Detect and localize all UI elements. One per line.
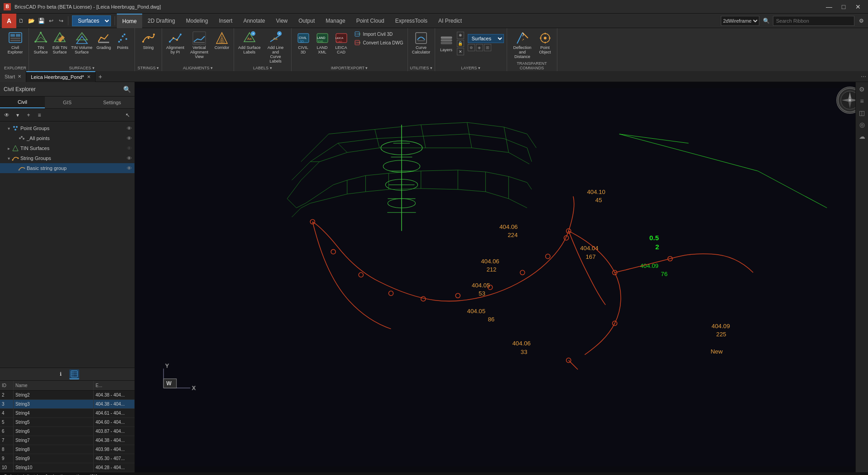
redo-button[interactable]: ↪ bbox=[56, 16, 66, 26]
tin-volume-button[interactable]: TIN VolumeSurface bbox=[70, 30, 94, 56]
maximize-button[interactable]: □ bbox=[837, 2, 850, 12]
leica-tab-close[interactable]: ✕ bbox=[87, 74, 91, 79]
data-panel-table-tab[interactable] bbox=[69, 369, 79, 379]
tab-expresstools[interactable]: ExpressTools bbox=[390, 14, 433, 28]
deflection-distance-button[interactable]: ↗ Deflectionand Distance bbox=[510, 30, 535, 60]
tree-item-point-groups[interactable]: ▾ Point Groups 👁 bbox=[0, 123, 134, 133]
tab-annotate[interactable]: Annotate bbox=[238, 14, 270, 28]
tin-surfaces-eye[interactable]: 👁 bbox=[125, 145, 133, 152]
all-points-eye[interactable]: 👁 bbox=[125, 135, 133, 142]
new-tab-button[interactable]: + bbox=[96, 72, 106, 82]
data-panel-info-tab[interactable]: ℹ bbox=[56, 369, 66, 379]
minimize-button[interactable]: — bbox=[823, 2, 835, 12]
ce-tab-settings[interactable]: Settings bbox=[90, 97, 134, 108]
layers-surface-dropdown[interactable]: Surfaces bbox=[468, 34, 504, 43]
point-object-button[interactable]: PointObject bbox=[536, 30, 554, 56]
tree-item-tin-surfaces[interactable]: ▸ TIN Surfaces 👁 bbox=[0, 143, 134, 153]
save-button[interactable]: 💾 bbox=[36, 16, 46, 26]
viewport[interactable]: 404.10 45 404.06 224 404.04 167 404.06 2… bbox=[135, 82, 868, 472]
rt-view-btn[interactable]: ◫ bbox=[857, 107, 868, 118]
layer-lock-button[interactable]: 🔒 bbox=[457, 40, 464, 47]
data-table-row[interactable]: 10 String10 404.28 - 404... bbox=[0, 463, 134, 472]
layer-btn3[interactable]: ⊞ bbox=[484, 44, 491, 51]
ce-toggle-button[interactable]: ▾ bbox=[13, 110, 23, 120]
edit-tin-surface-button[interactable]: Edit TINSurface bbox=[51, 30, 69, 56]
ribbon-options-button[interactable]: ⚙ bbox=[856, 16, 866, 26]
wireframe-dropdown[interactable]: 2dWireframe bbox=[721, 16, 759, 26]
search-icon-btn[interactable]: 🔍 bbox=[761, 16, 771, 26]
tab-home[interactable]: Home bbox=[117, 14, 142, 28]
data-table-row[interactable]: 2 String2 404.38 - 404... bbox=[0, 391, 134, 400]
land-xml-button[interactable]: LAND XML LANDXML bbox=[313, 30, 331, 56]
toggle-string-groups[interactable]: ▾ bbox=[5, 155, 12, 161]
rt-layers-btn[interactable]: ≡ bbox=[857, 96, 868, 107]
leica-cad-button[interactable]: LEICA CAD LEICACAD bbox=[332, 30, 350, 56]
string-button[interactable]: String bbox=[139, 30, 158, 51]
data-table-row[interactable]: 4 String4 404.61 - 404... bbox=[0, 409, 134, 418]
doc-tabs-options-button[interactable]: ⋯ bbox=[861, 73, 866, 80]
toggle-point-groups[interactable]: ▾ bbox=[5, 125, 12, 131]
new-button[interactable]: 🗋 bbox=[16, 16, 26, 26]
tab-2d-drafting[interactable]: 2D Drafting bbox=[142, 14, 181, 28]
tab-output[interactable]: Output bbox=[293, 14, 320, 28]
toggle-tin-surfaces[interactable]: ▸ bbox=[5, 145, 12, 151]
surface-dropdown[interactable]: Surfaces bbox=[72, 15, 111, 26]
data-table-row[interactable]: 5 String5 404.60 - 404... bbox=[0, 418, 134, 427]
rt-properties-btn[interactable]: ⚙ bbox=[857, 84, 868, 95]
layer-freeze-button[interactable]: ❄ bbox=[457, 32, 464, 39]
ce-cursor-button[interactable]: ↖ bbox=[123, 110, 133, 120]
import-civil-3d-button[interactable]: C3D Import Civil 3D bbox=[353, 30, 405, 38]
rt-cloud-btn[interactable]: ☁ bbox=[857, 131, 868, 142]
data-table-row[interactable]: 8 String8 403.98 - 404... bbox=[0, 445, 134, 454]
rt-navswheel-btn[interactable]: ◎ bbox=[857, 119, 868, 130]
curve-calculator-button[interactable]: CurveCalculator bbox=[411, 30, 432, 56]
add-line-curve-labels-button[interactable]: Aa + Add Line andCurve Labels bbox=[263, 30, 288, 65]
corridor-button[interactable]: Corridor bbox=[213, 30, 231, 51]
data-table-row[interactable]: 7 String7 404.38 - 404... bbox=[0, 436, 134, 445]
tab-view[interactable]: View bbox=[270, 14, 293, 28]
tree-item-all-points[interactable]: ▸ _All points 👁 bbox=[0, 133, 134, 143]
alignment-by-pi-label: Alignmentby PI bbox=[166, 46, 184, 55]
start-tab-close[interactable]: ✕ bbox=[18, 74, 21, 79]
ce-add-button[interactable]: + bbox=[24, 110, 34, 120]
open-button[interactable]: 📂 bbox=[26, 16, 36, 26]
ce-layers-button[interactable]: ≡ bbox=[34, 110, 44, 120]
doc-tab-leica[interactable]: Leica Heerbrugg_Pond* ✕ bbox=[26, 71, 95, 82]
tab-ai-predict[interactable]: AI Predict bbox=[433, 14, 467, 28]
convert-leica-button[interactable]: DWG Convert Leica DWG bbox=[353, 39, 405, 47]
tab-manage[interactable]: Manage bbox=[320, 14, 350, 28]
tab-insert[interactable]: Insert bbox=[213, 14, 238, 28]
search-ribbon-input[interactable] bbox=[773, 16, 854, 26]
vertical-alignment-button[interactable]: VerticalAlignment View bbox=[187, 30, 212, 60]
doc-tab-start[interactable]: Start ✕ bbox=[0, 71, 26, 82]
civil-explorer-button[interactable]: CivilExplorer bbox=[6, 30, 24, 56]
alignment-by-pi-button[interactable]: Alignmentby PI bbox=[165, 30, 186, 56]
point-groups-eye[interactable]: 👁 bbox=[125, 125, 133, 132]
string-groups-eye[interactable]: 👁 bbox=[125, 155, 133, 162]
tree-item-string-groups[interactable]: ▾ String Groups 👁 bbox=[0, 153, 134, 163]
svg-text:404.10: 404.10 bbox=[587, 189, 605, 195]
close-button[interactable]: ✕ bbox=[852, 2, 864, 12]
ce-eye-button[interactable]: 👁 bbox=[2, 110, 12, 120]
basic-string-group-eye[interactable]: 👁 bbox=[125, 165, 133, 172]
tab-point-cloud[interactable]: Point Cloud bbox=[351, 14, 390, 28]
data-table-row[interactable]: 6 String6 403.87 - 404... bbox=[0, 427, 134, 436]
ce-tab-civil[interactable]: Civil bbox=[0, 97, 45, 108]
points-button[interactable]: Points bbox=[114, 30, 132, 51]
ce-tab-gis[interactable]: GIS bbox=[45, 97, 90, 108]
app-menu-button[interactable]: A bbox=[2, 14, 16, 28]
civil-3d-button[interactable]: CIVIL 3D CIVIL3D bbox=[294, 30, 312, 56]
tab-modeling[interactable]: Modeling bbox=[181, 14, 214, 28]
layers-button[interactable]: Layers bbox=[438, 32, 455, 53]
tin-surface-button[interactable]: TINSurface bbox=[32, 30, 50, 56]
layer-btn1[interactable]: ⊕ bbox=[468, 44, 475, 51]
civil-explorer-search-button[interactable]: 🔍 bbox=[123, 86, 131, 93]
undo-button[interactable]: ↩ bbox=[46, 16, 56, 26]
data-table-row[interactable]: 3 String3 404.38 - 404... bbox=[0, 400, 134, 409]
layer-btn2[interactable]: ◈ bbox=[476, 44, 483, 51]
grading-button[interactable]: Grading bbox=[95, 30, 113, 51]
tree-item-basic-string-group[interactable]: ▸ Basic string group 👁 bbox=[0, 163, 134, 173]
data-table-row[interactable]: 9 String9 405.30 - 407... bbox=[0, 454, 134, 463]
add-surface-labels-button[interactable]: Aa + Add SurfaceLabels bbox=[237, 30, 262, 56]
layer-delete-button[interactable]: ✕ bbox=[457, 48, 464, 55]
